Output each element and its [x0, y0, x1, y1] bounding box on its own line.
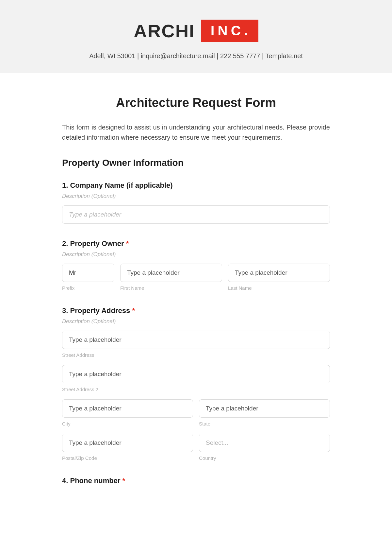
- country-select[interactable]: Select...: [199, 434, 330, 452]
- logo-text-left: ARCHI: [134, 20, 195, 42]
- question-description: Description (Optional): [62, 193, 330, 200]
- contact-line: Adell, WI 53001 | inquire@architecture.m…: [0, 52, 392, 60]
- question-company-name: 1. Company Name (if applicable) Descript…: [62, 181, 330, 224]
- sublabel-street2: Street Address 2: [62, 387, 330, 392]
- prefix-input[interactable]: [62, 264, 114, 282]
- sublabel-lastname: Last Name: [228, 285, 330, 291]
- form-content: Architecture Request Form This form is d…: [49, 73, 343, 501]
- question-property-owner: 2. Property Owner * Description (Optiona…: [62, 239, 330, 291]
- sublabel-city: City: [62, 421, 193, 426]
- question-label: 3. Property Address *: [62, 306, 330, 315]
- sublabel-country: Country: [199, 455, 330, 461]
- header-banner: ARCHI INC. Adell, WI 53001 | inquire@arc…: [0, 0, 392, 73]
- sublabel-state: State: [199, 421, 330, 426]
- question-phone-number: 4. Phone number *: [62, 477, 330, 485]
- required-asterisk: *: [132, 306, 135, 315]
- street-address-2-input[interactable]: [62, 365, 330, 383]
- label-text: 4. Phone number: [62, 477, 122, 485]
- section-heading-owner-info: Property Owner Information: [62, 158, 330, 168]
- state-input[interactable]: [199, 399, 330, 418]
- question-label: 1. Company Name (if applicable): [62, 181, 330, 190]
- question-description: Description (Optional): [62, 251, 330, 258]
- country-select-placeholder: Select...: [206, 439, 228, 446]
- first-name-input[interactable]: [120, 264, 222, 282]
- question-property-address: 3. Property Address * Description (Optio…: [62, 306, 330, 461]
- logo: ARCHI INC.: [134, 20, 258, 42]
- postal-code-input[interactable]: [62, 434, 193, 452]
- question-label: 4. Phone number *: [62, 477, 330, 485]
- form-title: Architecture Request Form: [62, 96, 330, 110]
- sublabel-postal: Postal/Zip Code: [62, 455, 193, 461]
- required-asterisk: *: [126, 239, 129, 248]
- company-name-input[interactable]: [62, 205, 330, 224]
- required-asterisk: *: [122, 477, 125, 485]
- sublabel-firstname: First Name: [120, 285, 222, 291]
- label-text: 2. Property Owner: [62, 239, 126, 248]
- last-name-input[interactable]: [228, 264, 330, 282]
- question-label: 2. Property Owner *: [62, 239, 330, 248]
- logo-text-right: INC.: [201, 20, 258, 42]
- city-input[interactable]: [62, 399, 193, 418]
- street-address-input[interactable]: [62, 331, 330, 349]
- sublabel-prefix: Prefix: [62, 285, 114, 291]
- sublabel-street: Street Address: [62, 352, 330, 358]
- question-description: Description (Optional): [62, 318, 330, 325]
- form-intro: This form is designed to assist us in un…: [62, 122, 330, 143]
- label-text: 3. Property Address: [62, 306, 132, 315]
